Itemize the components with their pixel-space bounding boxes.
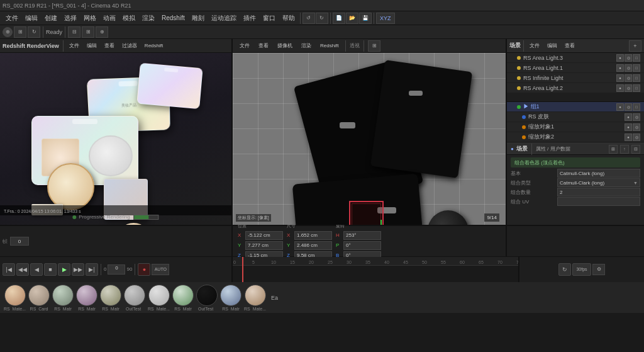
play-button[interactable]: ▶ <box>58 263 70 276</box>
visibility-button4[interactable]: ● <box>616 84 624 92</box>
loop-button[interactable]: ↻ <box>558 263 571 276</box>
scene-item-group1[interactable]: ▶ 组1 ● ◎ □ <box>507 102 644 112</box>
render-menu-filter[interactable]: 过滤器 <box>119 42 140 49</box>
motion-menu[interactable]: 运动追踪 <box>208 14 240 23</box>
timeline-settings[interactable]: ⚙ <box>592 264 605 275</box>
props-section-name[interactable]: 组合着色器 (顶点着色) <box>511 157 640 167</box>
render-menu-other[interactable]: Redshift <box>142 43 166 48</box>
create-menu[interactable]: 创建 <box>42 14 60 23</box>
props-settings-btn[interactable]: ⊟ <box>631 145 640 154</box>
props-field-type[interactable]: Catmull-Clark (long) ▼ <box>557 178 640 187</box>
group-render-btn[interactable]: ◎ <box>625 103 632 111</box>
save-button[interactable]: 💾 <box>359 13 372 24</box>
vp-menu-rs[interactable]: Redshift <box>317 43 341 48</box>
group-vis-btn[interactable]: ● <box>616 103 624 111</box>
mat-ball-2[interactable] <box>28 285 50 306</box>
y-value[interactable]: 7.277 cm <box>245 241 283 250</box>
visibility-button[interactable]: ● <box>616 54 624 62</box>
props-icon-btn[interactable]: ⊞ <box>609 145 618 154</box>
plugin-menu[interactable]: 插件 <box>240 14 259 23</box>
redshift-menu[interactable]: Redshift <box>158 14 188 21</box>
mat-ball-5[interactable] <box>100 285 121 306</box>
scale1-render-btn[interactable]: ◎ <box>633 123 640 131</box>
scene-item-scale2[interactable]: 缩放对象2 ● ◎ <box>507 132 644 142</box>
xyz-toggle[interactable]: XYZ <box>376 13 395 24</box>
stop-button[interactable]: ■ <box>44 263 57 276</box>
render-menu-file[interactable]: 文件 <box>66 42 82 49</box>
redo-button[interactable]: ↻ <box>316 13 328 24</box>
scene-menu-view[interactable]: 查看 <box>562 42 578 49</box>
scene-menu-file[interactable]: 文件 <box>526 42 543 49</box>
scene-item-light2[interactable]: RS Area Light.1 ● ◎ □ <box>507 63 644 73</box>
render-vis-button[interactable]: ◎ <box>625 54 632 62</box>
vp-menu-render[interactable]: 渲染 <box>298 42 314 49</box>
lock-button4[interactable]: □ <box>633 84 640 92</box>
props-field-basic[interactable]: Catmull-Clark (long) <box>557 169 640 178</box>
vp-menu-view[interactable]: 查看 <box>255 42 272 49</box>
x-value[interactable]: -5.122 cm <box>245 231 283 240</box>
skin-render-btn[interactable]: ◎ <box>633 113 640 121</box>
visibility-button2[interactable]: ● <box>616 64 624 72</box>
mat-ball-1[interactable] <box>4 285 26 306</box>
vp-menu-camera[interactable]: 摄像机 <box>274 42 296 49</box>
props-field-uv[interactable] <box>557 197 640 206</box>
vp-display-mode[interactable]: ⊞ <box>368 40 380 52</box>
mat-ball-10[interactable] <box>220 285 242 306</box>
timeline-keyframe-area[interactable] <box>233 266 518 282</box>
lock-button3[interactable]: □ <box>633 74 640 82</box>
scale1-vis-btn[interactable]: ● <box>625 123 632 131</box>
vp-menu-file[interactable]: 文件 <box>236 42 253 49</box>
scene-add-button[interactable]: + <box>629 40 641 52</box>
rotate-tool[interactable]: ↻ <box>28 26 40 38</box>
render-vis-button3[interactable]: ◎ <box>625 74 632 82</box>
rp-value[interactable]: 0° <box>343 241 381 250</box>
rh-value[interactable]: 253° <box>343 231 381 240</box>
scale2-vis-btn[interactable]: ● <box>625 133 632 141</box>
mesh-menu[interactable]: 网格 <box>80 14 99 23</box>
snap-button[interactable]: ⊟ <box>68 26 80 38</box>
sx-value[interactable]: 1.652 cm <box>294 231 332 240</box>
visibility-button3[interactable]: ● <box>616 74 624 82</box>
mat-ball-6[interactable] <box>124 285 145 306</box>
viewport-canvas[interactable]: 9/14 坐标显示: [像素] <box>233 53 506 225</box>
mat-ball-8[interactable] <box>172 285 194 306</box>
next-keyframe-button[interactable]: ▶▶ <box>72 263 84 276</box>
auto-key-button[interactable]: AUTO <box>152 264 169 275</box>
scale-tool[interactable]: ⊞ <box>14 26 26 38</box>
prev-frame-button[interactable]: |◀ <box>3 263 15 276</box>
timeline-playhead[interactable] <box>242 257 243 282</box>
mat-ball-4[interactable] <box>76 285 97 306</box>
play-back-button[interactable]: ◀ <box>30 263 43 276</box>
sculpt-menu[interactable]: 雕刻 <box>189 14 208 23</box>
sim-menu[interactable]: 模拟 <box>119 14 138 23</box>
anim-menu[interactable]: 动画 <box>100 14 119 23</box>
lock-button[interactable]: □ <box>633 54 640 62</box>
scene-item-infinite[interactable]: RS Infinite Light ● ◎ □ <box>507 73 644 83</box>
frame-value[interactable]: 0 <box>10 237 29 246</box>
group-lock-btn[interactable]: □ <box>633 103 640 111</box>
scene-item-skin[interactable]: RS 皮肤 ● ◎ <box>507 112 644 122</box>
axis-button[interactable]: ⊕ <box>96 26 108 38</box>
scene-item-light1[interactable]: RS Area Light.3 ● ◎ □ <box>507 53 644 63</box>
mat-ball-7[interactable] <box>148 285 170 306</box>
help-menu[interactable]: 帮助 <box>279 14 298 23</box>
scene-menu-edit[interactable]: 编辑 <box>544 42 560 49</box>
timeline-track[interactable]: 0 5 10 15 20 25 30 35 40 45 50 55 60 65 … <box>233 257 518 282</box>
render-menu-view[interactable]: 查看 <box>101 42 118 49</box>
grid-button[interactable]: ⊞ <box>82 26 94 38</box>
props-field-count[interactable]: 2 <box>557 188 640 196</box>
open-button[interactable]: 📂 <box>346 13 358 24</box>
render-vis-button4[interactable]: ◎ <box>625 84 632 92</box>
new-button[interactable]: 📄 <box>333 13 345 24</box>
render-menu[interactable]: 渲染 <box>139 14 158 23</box>
record-button[interactable]: ● <box>138 263 150 276</box>
sy-value[interactable]: 2.486 cm <box>294 241 332 250</box>
prev-keyframe-button[interactable]: ◀◀ <box>16 263 29 276</box>
props-pin-btn[interactable]: ↑ <box>620 145 629 154</box>
render-menu-edit[interactable]: 编辑 <box>84 42 100 49</box>
lock-button2[interactable]: □ <box>633 64 640 72</box>
select-menu[interactable]: 选择 <box>61 14 80 23</box>
frame-current-input[interactable]: 0 <box>108 264 125 275</box>
mat-ball-3[interactable] <box>52 285 74 306</box>
next-frame-button[interactable]: ▶| <box>86 263 98 276</box>
